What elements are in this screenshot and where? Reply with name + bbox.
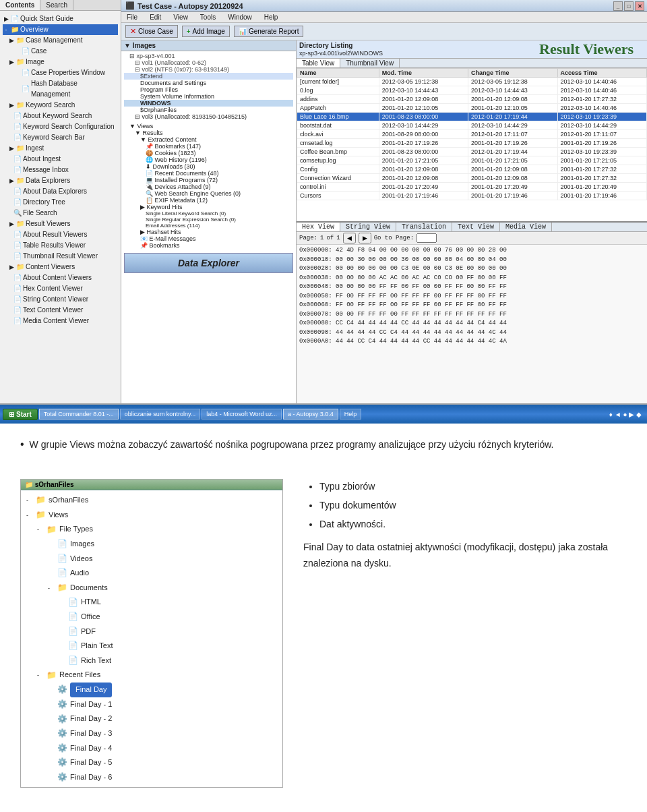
taskbar-item-word[interactable]: lab4 - Microsoft Word uz...: [202, 409, 282, 419]
tree-kw-bar[interactable]: 📄 Keyword Search Bar: [3, 132, 118, 143]
list-item: 📄Rich Text: [26, 654, 277, 668]
item-label: Videos: [70, 552, 92, 566]
tree-case-mgmt[interactable]: ▶ 📁 Case Management: [3, 35, 118, 46]
table-row[interactable]: Config2001-01-20 12:09:082001-01-20 12:0…: [297, 165, 647, 174]
tab-thumbnail-view[interactable]: Thumbnail View: [340, 59, 400, 67]
left-panel-tree: ▶ 📄 Quick Start Guide - 📁 Overview ▶ 📁 C…: [0, 11, 121, 329]
tree-string-cv[interactable]: 📄 String Content Viewer: [3, 294, 118, 305]
tree-hash-db[interactable]: 📄 Hash Database Management: [3, 78, 118, 100]
tab-media-view[interactable]: Media View: [500, 223, 552, 231]
col-access-time: Access Time: [557, 69, 646, 78]
tree-keyword-search[interactable]: ▶ 📁 Keyword Search: [3, 100, 118, 111]
table-row[interactable]: Coffee Bean.bmp2001-08-23 08:00:002012-0…: [297, 148, 647, 156]
right-bullets: Typu zbiorów Typu dokumentów Dat aktywno…: [303, 479, 627, 532]
next-page-button[interactable]: ▶: [359, 233, 371, 243]
tree-case-props[interactable]: 📄 Case Properties Window: [3, 67, 118, 78]
tree-thumb-rv[interactable]: 📄 Thumbnail Result Viewer: [3, 251, 118, 262]
tree-quick-start[interactable]: ▶ 📄 Quick Start Guide: [3, 13, 118, 24]
table-row[interactable]: clock.avi2001-08-29 08:00:002012-01-20 1…: [297, 130, 647, 139]
menu-help[interactable]: Help: [261, 13, 281, 22]
hex-line: 0x000040: 00 00 00 00 FF FF 00 FF 00 00 …: [299, 283, 644, 292]
file-tree-title: ▼ Images: [121, 40, 296, 51]
doc-icon: 📄: [57, 552, 67, 567]
table-row[interactable]: cmsetad.log2001-01-20 17:19:262001-01-20…: [297, 139, 647, 148]
start-icon: ⊞: [9, 411, 14, 418]
add-image-button[interactable]: + Add Image: [182, 26, 230, 37]
tree-kw-config[interactable]: 📄 Keyword Search Configuration: [3, 121, 118, 132]
table-row[interactable]: bootstat.dat2012-03-10 14:44:292012-03-1…: [297, 121, 647, 130]
table-row[interactable]: addins2001-01-20 12:09:082001-01-20 12:0…: [297, 95, 647, 104]
menu-tools[interactable]: Tools: [197, 13, 218, 22]
lower-section: 📁 sOrhanFiles -📁sOrhanFiles-📁Views-📁File…: [0, 472, 647, 794]
tree-content-viewers[interactable]: ▶ 📁 Content Viewers: [3, 262, 118, 272]
start-button[interactable]: ⊞ Start: [3, 409, 38, 420]
item-label: Images: [70, 538, 94, 551]
tree-file-search[interactable]: 🔍 File Search: [3, 208, 118, 219]
tab-translation[interactable]: Translation: [396, 223, 452, 231]
dir-listing: Directory Listing xp-sp3-v4.001\vol2\WIN…: [297, 40, 647, 223]
hex-line: 0x000050: FF 00 FF FF FF 00 FF FF FF 00 …: [299, 292, 644, 301]
menu-edit[interactable]: Edit: [147, 13, 164, 22]
taskbar-item-total-commander[interactable]: Total Commander 8.01 -...: [39, 409, 119, 419]
item-label[interactable]: Final Day: [70, 683, 112, 697]
right-text-area: Typu zbiorów Typu dokumentów Dat aktywno…: [303, 479, 627, 571]
table-row[interactable]: Blue Lace 16.bmp2001-08-23 08:00:002012-…: [297, 113, 647, 121]
table-row[interactable]: [current folder]2012-03-05 19:12:382012-…: [297, 78, 647, 86]
page-of: of: [326, 235, 334, 241]
prev-page-button[interactable]: ◀: [343, 233, 356, 243]
tab-table-view[interactable]: Table View: [297, 59, 340, 67]
tree-text-cv[interactable]: 📄 Text Content Viewer: [3, 305, 118, 316]
tab-search[interactable]: Search: [40, 0, 73, 10]
list-item: 📄Audio: [26, 566, 277, 581]
expand-icon: -: [48, 583, 56, 593]
gear-icon: ⚙️: [57, 741, 67, 756]
minimize-button[interactable]: _: [613, 1, 623, 11]
gear-icon: ⚙️: [57, 770, 67, 785]
taskbar-item-obliczanie[interactable]: obliczanie sum kontrolny...: [120, 409, 200, 419]
list-item: ⚙️Final Day - 6: [26, 770, 277, 785]
menu-view[interactable]: View: [171, 13, 191, 22]
tree-about-ingest[interactable]: 📄 About Ingest: [3, 154, 118, 165]
tab-string-view[interactable]: String View: [340, 223, 396, 231]
tree-overview[interactable]: - 📁 Overview: [3, 24, 118, 35]
list-item[interactable]: ⚙️Final Day: [26, 683, 277, 697]
tree-about-cv[interactable]: 📄 About Content Viewers: [3, 272, 118, 283]
tab-contents[interactable]: Contents: [0, 0, 40, 10]
taskbar-item-help[interactable]: Help: [340, 409, 362, 419]
table-row[interactable]: AppPatch2001-01-20 12:10:052001-01-20 12…: [297, 104, 647, 113]
tree-ingest[interactable]: ▶ 📁 Ingest: [3, 143, 118, 154]
item-label: HTML: [81, 596, 101, 609]
tree-about-de[interactable]: 📄 About Data Explorers: [3, 186, 118, 197]
tree-hex-cv[interactable]: 📄 Hex Content Viewer: [3, 283, 118, 294]
maximize-button[interactable]: □: [624, 1, 634, 11]
tree-image[interactable]: ▶ 📁 Image: [3, 57, 118, 67]
left-panel-tabs: Contents Search: [0, 0, 121, 11]
tree-about-kw[interactable]: 📄 About Keyword Search: [3, 111, 118, 121]
tree-table-rv[interactable]: 📄 Table Results Viewer: [3, 240, 118, 251]
table-row[interactable]: control.ini2001-01-20 17:20:492001-01-20…: [297, 183, 647, 192]
tree-case[interactable]: 📄 Case: [3, 46, 118, 57]
table-row[interactable]: Cursors2001-01-20 17:19:462001-01-20 17:…: [297, 192, 647, 200]
go-to-page-input[interactable]: [417, 233, 437, 243]
tree-msg-inbox[interactable]: 📄 Message Inbox: [3, 165, 118, 175]
hex-line: 0x000090: 44 44 44 44 CC C4 44 44 44 44 …: [299, 328, 644, 338]
tab-text-view[interactable]: Text View: [452, 223, 500, 231]
table-row[interactable]: 0.log2012-03-10 14:44:432012-03-10 14:44…: [297, 86, 647, 95]
menu-window[interactable]: Window: [225, 13, 255, 22]
tab-hex-view[interactable]: Hex View: [297, 223, 340, 231]
generate-report-button[interactable]: 📊 Generate Report: [234, 26, 304, 37]
tree-media-cv[interactable]: 📄 Media Content Viewer: [3, 316, 118, 326]
close-case-button[interactable]: ✕ Close Case: [125, 25, 178, 38]
page-total: 1: [336, 235, 340, 241]
taskbar-item-autopsy[interactable]: a - Autopsy 3.0.4: [283, 409, 338, 419]
tree-about-rv[interactable]: 📄 About Result Viewers: [3, 229, 118, 240]
tree-result-viewers[interactable]: ▶ 📁 Result Viewers: [3, 219, 118, 229]
menu-file[interactable]: File: [124, 13, 140, 22]
tree-dir-tree[interactable]: 📄 Directory Tree: [3, 197, 118, 208]
table-row[interactable]: comsetup.log2001-01-20 17:21:052001-01-2…: [297, 156, 647, 165]
close-button[interactable]: ✕: [635, 1, 644, 11]
tree-data-explorers[interactable]: ▶ 📁 Data Explorers: [3, 175, 118, 186]
folder-icon: 📁: [47, 668, 57, 683]
file-tree-pane: ▼ Images ⊟ xp-sp3-v4.001 ⊟ vol1 (Unalloc…: [121, 40, 297, 405]
table-row[interactable]: Connection Wizard2001-01-20 12:09:082001…: [297, 174, 647, 183]
